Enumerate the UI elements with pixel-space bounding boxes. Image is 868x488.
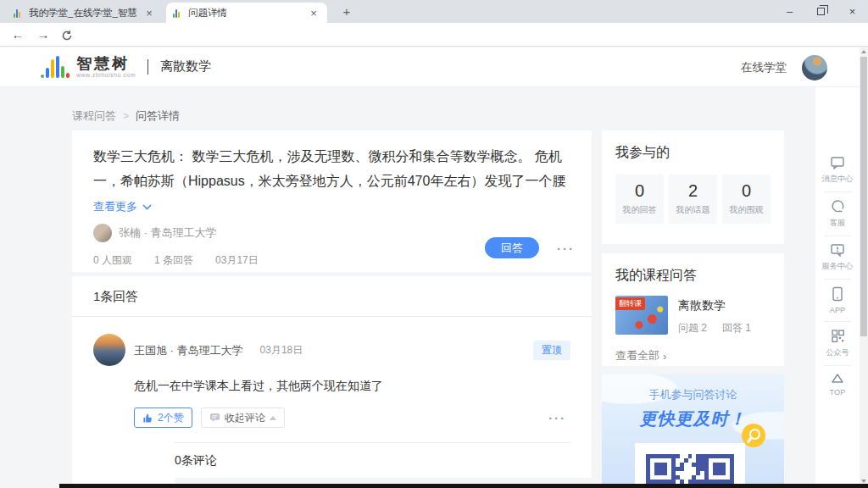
course-qa-panel: 我的课程问答 翻转课 离散数学 问题 2 回答 1 查看全部 › [602,253,784,366]
stat-label: 我的回答 [615,204,664,216]
screen: 我的学堂_在线学堂_智慧树 × 问题详情 × + – × ← → [0,0,868,488]
answers-count-header: 1条回答 [72,276,592,317]
my-watching-stat[interactable]: 0 我的围观 [722,175,771,224]
zhihuishu-favicon [14,8,24,18]
new-tab-button[interactable]: + [337,3,356,20]
answer-item: 王国旭 · 青岛理工大学 03月18日 置顶 危机一在中学课本上看过，其他两个现… [72,317,592,488]
answer-content: 危机一在中学课本上看过，其他两个现在知道了 [134,379,570,394]
top-arrow-icon [830,373,845,384]
logo-subtext: www.zhihuishu.com [76,72,136,78]
tab-close-icon[interactable]: × [307,7,320,19]
scrollbar-thumb[interactable] [860,57,867,336]
float-item-label: 服务中心 [817,261,858,272]
course-list-item[interactable]: 翻转课 离散数学 问题 2 回答 1 [615,296,771,336]
stat-value: 0 [615,181,664,201]
breadcrumb-parent[interactable]: 课程问答 [72,108,116,124]
my-topics-stat[interactable]: 2 我的话题 [669,175,717,224]
message-icon [830,156,845,169]
minimize-button[interactable]: – [774,0,805,23]
float-item-label: 客服 [817,218,858,229]
float-item-label: TOP [817,387,858,396]
answers-card: 1条回答 王国旭 · 青岛理工大学 03月18日 置顶 危机一在中学课本上看过，… [72,276,592,488]
chevron-down-icon [142,204,152,210]
stat-label: 我的围观 [722,204,771,216]
view-more-label: 查看更多 [93,199,137,214]
qr-code [646,454,734,488]
zhihuishu-logo[interactable]: 智慧树 www.zhihuishu.com 离散数学 [41,55,211,78]
mobile-promo-banner: 手机参与问答讨论 更快更及时！ [602,374,784,488]
course-title: 离散数学 [160,58,211,75]
customer-service-button[interactable]: 客服 [815,191,860,236]
browser-toolbar: ← → https://wenda.zhihuishu.com/shareCou… [0,23,868,47]
app-download-button[interactable]: APP [815,279,860,321]
reload-icon [61,30,73,42]
like-button[interactable]: 2个赞 [134,408,192,428]
thumbs-up-icon [142,413,153,424]
browser-tab-2-active[interactable]: 问题详情 × [166,3,327,23]
view-all-link[interactable]: 查看全部 › [615,348,771,363]
restore-button[interactable] [805,0,837,23]
phone-icon [832,286,843,302]
answer-author-avatar[interactable] [93,334,125,366]
answer-count: 1 条回答 [154,253,193,268]
tab-close-icon[interactable]: × [142,7,156,19]
site-header: 智慧树 www.zhihuishu.com 离散数学 在线学堂 [0,47,868,87]
float-item-label: APP [817,305,858,313]
answer-button[interactable]: 回答 [485,237,539,258]
asker-avatar[interactable] [93,224,112,242]
pinned-badge: 置顶 [533,341,570,360]
asker-name: 张楠 · 青岛理工大学 [119,225,217,241]
answer-author-name: 王国旭 · 青岛理工大学 [134,343,243,358]
back-button[interactable]: ← [8,25,27,44]
browser-tab-1[interactable]: 我的学堂_在线学堂_智慧树 × [7,3,163,23]
tab-title: 问题详情 [188,7,302,19]
flipped-class-badge: 翻转课 [615,297,645,310]
collapse-arrow-icon [270,416,276,420]
answer-actions: 2个赞 收起评论 ··· [134,408,570,428]
float-toolbar: 消息中心 客服 服务中心 APP [815,87,860,488]
breadcrumb: 课程问答 > 问答详情 [72,108,180,124]
header-divider [147,59,148,75]
zhihuishu-favicon [173,8,183,18]
course-thumbnail: 翻转课 [615,296,668,335]
breadcrumb-current: 问答详情 [136,108,180,124]
page-scrollbar[interactable] [860,47,868,488]
question-date: 03月17日 [215,253,259,268]
course-questions-count: 问题 2 [678,321,707,336]
question-card: 数学三大危机： 数学三大危机，涉及无理数、微积分和集合等数学概念。 危机一，希帕… [72,130,592,272]
breadcrumb-separator-icon: > [123,110,129,122]
bottom-dark-strip [59,484,868,488]
user-avatar[interactable] [802,55,827,80]
back-to-top-button[interactable]: TOP [815,365,860,403]
official-account-button[interactable]: 公众号 [815,321,860,365]
course-answers-count: 回答 1 [722,321,751,336]
chevron-right-icon: › [663,350,666,363]
like-count-label: 2个赞 [158,411,184,425]
forward-button[interactable]: → [34,25,53,44]
reload-button[interactable] [58,28,76,47]
message-center-button[interactable]: 消息中心 [815,148,860,191]
online-school-link[interactable]: 在线学堂 [741,60,787,75]
float-item-label: 公众号 [817,347,858,358]
close-window-button[interactable]: × [837,0,868,23]
service-center-button[interactable]: 服务中心 [815,236,860,279]
collapse-comments-button[interactable]: 收起评论 [201,408,285,428]
comments-count: 0条评论 [175,453,570,469]
logo-bars-icon [41,56,70,78]
comments-divider [175,442,570,443]
course-name: 离散数学 [678,298,751,313]
qr-code-box [635,443,745,488]
view-more-link[interactable]: 查看更多 [93,199,570,214]
help-bubble-icon [830,243,845,257]
stat-value: 2 [669,181,717,201]
stat-value: 0 [722,181,771,201]
scroll-up-icon[interactable] [861,50,866,53]
my-answers-stat[interactable]: 0 我的回答 [615,175,664,224]
banner-line1: 手机参与问答讨论 [602,387,784,402]
question-more-icon[interactable]: ··· [557,241,575,256]
answer-more-icon[interactable]: ··· [548,411,566,425]
window-controls: – × [774,0,868,23]
scroll-down-icon[interactable] [861,480,866,483]
stat-label: 我的话题 [669,204,717,216]
question-text: 数学三大危机： 数学三大危机，涉及无理数、微积分和集合等数学概念。 危机一，希帕… [93,144,570,193]
